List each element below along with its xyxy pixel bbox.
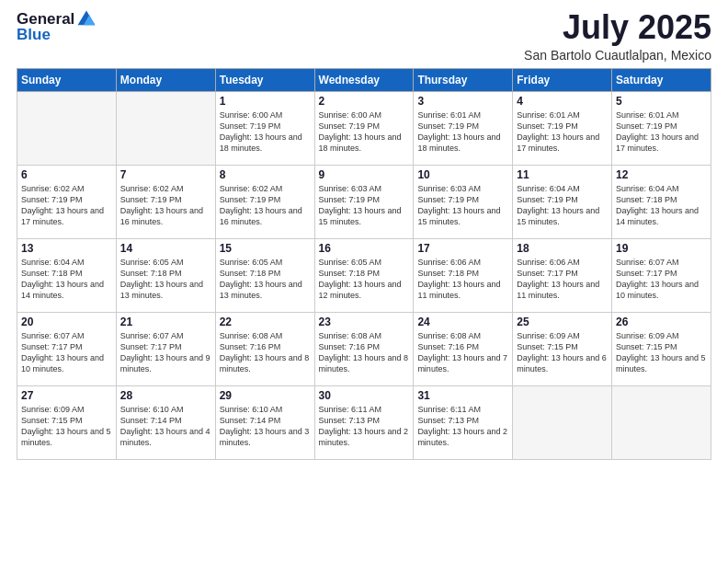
table-row: 14Sunrise: 6:05 AM Sunset: 7:18 PM Dayli… xyxy=(116,238,215,312)
calendar-header-row: Sunday Monday Tuesday Wednesday Thursday… xyxy=(17,68,711,91)
day-info: Sunrise: 6:07 AM Sunset: 7:17 PM Dayligh… xyxy=(616,257,707,302)
col-sunday: Sunday xyxy=(17,68,117,91)
table-row: 18Sunrise: 6:06 AM Sunset: 7:17 PM Dayli… xyxy=(513,238,612,312)
day-number: 12 xyxy=(616,168,707,181)
day-info: Sunrise: 6:05 AM Sunset: 7:18 PM Dayligh… xyxy=(120,257,211,302)
table-row: 28Sunrise: 6:10 AM Sunset: 7:14 PM Dayli… xyxy=(116,385,215,459)
table-row xyxy=(612,385,711,459)
day-info: Sunrise: 6:09 AM Sunset: 7:15 PM Dayligh… xyxy=(21,404,112,449)
day-number: 5 xyxy=(616,95,707,108)
location: San Bartolo Cuautlalpan, Mexico xyxy=(524,48,711,63)
day-number: 3 xyxy=(417,95,508,108)
table-row: 30Sunrise: 6:11 AM Sunset: 7:13 PM Dayli… xyxy=(314,385,414,459)
day-info: Sunrise: 6:05 AM Sunset: 7:18 PM Dayligh… xyxy=(319,257,410,302)
table-row: 10Sunrise: 6:03 AM Sunset: 7:19 PM Dayli… xyxy=(414,165,513,238)
logo: General Blue xyxy=(17,9,97,44)
day-number: 20 xyxy=(21,316,112,328)
day-info: Sunrise: 6:08 AM Sunset: 7:16 PM Dayligh… xyxy=(220,330,311,375)
logo-icon xyxy=(76,9,97,29)
header: General Blue July 2025 San Bartolo Cuaut… xyxy=(17,9,711,63)
day-info: Sunrise: 6:10 AM Sunset: 7:14 PM Dayligh… xyxy=(120,404,211,449)
day-info: Sunrise: 6:09 AM Sunset: 7:15 PM Dayligh… xyxy=(616,330,707,375)
calendar-week-row: 13Sunrise: 6:04 AM Sunset: 7:18 PM Dayli… xyxy=(17,238,711,312)
day-number: 15 xyxy=(220,242,311,255)
day-number: 6 xyxy=(21,168,112,181)
table-row: 31Sunrise: 6:11 AM Sunset: 7:13 PM Dayli… xyxy=(414,385,513,459)
table-row xyxy=(513,385,612,459)
day-info: Sunrise: 6:06 AM Sunset: 7:17 PM Dayligh… xyxy=(517,257,608,302)
table-row: 7Sunrise: 6:02 AM Sunset: 7:19 PM Daylig… xyxy=(116,165,215,238)
day-number: 25 xyxy=(517,316,608,328)
day-info: Sunrise: 6:08 AM Sunset: 7:16 PM Dayligh… xyxy=(417,330,508,375)
table-row: 6Sunrise: 6:02 AM Sunset: 7:19 PM Daylig… xyxy=(17,165,117,238)
day-info: Sunrise: 6:00 AM Sunset: 7:19 PM Dayligh… xyxy=(220,109,311,155)
day-number: 30 xyxy=(319,389,410,402)
day-info: Sunrise: 6:06 AM Sunset: 7:18 PM Dayligh… xyxy=(417,257,508,302)
day-info: Sunrise: 6:11 AM Sunset: 7:13 PM Dayligh… xyxy=(319,404,410,449)
day-info: Sunrise: 6:01 AM Sunset: 7:19 PM Dayligh… xyxy=(517,109,608,155)
table-row: 27Sunrise: 6:09 AM Sunset: 7:15 PM Dayli… xyxy=(17,385,117,459)
col-thursday: Thursday xyxy=(414,68,513,91)
day-info: Sunrise: 6:07 AM Sunset: 7:17 PM Dayligh… xyxy=(21,330,112,375)
day-number: 17 xyxy=(417,242,508,255)
day-number: 26 xyxy=(616,316,707,328)
calendar-week-row: 27Sunrise: 6:09 AM Sunset: 7:15 PM Dayli… xyxy=(17,385,711,459)
table-row: 19Sunrise: 6:07 AM Sunset: 7:17 PM Dayli… xyxy=(612,238,711,312)
table-row: 20Sunrise: 6:07 AM Sunset: 7:17 PM Dayli… xyxy=(17,312,117,385)
col-wednesday: Wednesday xyxy=(314,68,414,91)
col-friday: Friday xyxy=(513,68,612,91)
day-info: Sunrise: 6:00 AM Sunset: 7:19 PM Dayligh… xyxy=(319,109,410,155)
table-row: 5Sunrise: 6:01 AM Sunset: 7:19 PM Daylig… xyxy=(612,91,711,165)
day-info: Sunrise: 6:03 AM Sunset: 7:19 PM Dayligh… xyxy=(319,183,410,228)
col-monday: Monday xyxy=(116,68,215,91)
table-row: 24Sunrise: 6:08 AM Sunset: 7:16 PM Dayli… xyxy=(414,312,513,385)
table-row: 21Sunrise: 6:07 AM Sunset: 7:17 PM Dayli… xyxy=(116,312,215,385)
col-saturday: Saturday xyxy=(612,68,711,91)
day-number: 16 xyxy=(319,242,410,255)
day-number: 1 xyxy=(220,95,311,108)
day-info: Sunrise: 6:01 AM Sunset: 7:19 PM Dayligh… xyxy=(616,109,707,155)
table-row: 22Sunrise: 6:08 AM Sunset: 7:16 PM Dayli… xyxy=(215,312,314,385)
day-number: 11 xyxy=(517,168,608,181)
calendar-week-row: 20Sunrise: 6:07 AM Sunset: 7:17 PM Dayli… xyxy=(17,312,711,385)
table-row xyxy=(116,91,215,165)
table-row: 4Sunrise: 6:01 AM Sunset: 7:19 PM Daylig… xyxy=(513,91,612,165)
table-row: 9Sunrise: 6:03 AM Sunset: 7:19 PM Daylig… xyxy=(314,165,414,238)
day-info: Sunrise: 6:02 AM Sunset: 7:19 PM Dayligh… xyxy=(21,183,112,228)
day-number: 31 xyxy=(417,389,508,402)
calendar-table: Sunday Monday Tuesday Wednesday Thursday… xyxy=(17,68,711,460)
day-number: 29 xyxy=(220,389,311,402)
table-row: 2Sunrise: 6:00 AM Sunset: 7:19 PM Daylig… xyxy=(314,91,414,165)
day-info: Sunrise: 6:05 AM Sunset: 7:18 PM Dayligh… xyxy=(220,257,311,302)
table-row: 12Sunrise: 6:04 AM Sunset: 7:18 PM Dayli… xyxy=(612,165,711,238)
day-number: 19 xyxy=(616,242,707,255)
day-number: 7 xyxy=(120,168,211,181)
table-row: 16Sunrise: 6:05 AM Sunset: 7:18 PM Dayli… xyxy=(314,238,414,312)
page: General Blue July 2025 San Bartolo Cuaut… xyxy=(0,0,728,563)
table-row: 15Sunrise: 6:05 AM Sunset: 7:18 PM Dayli… xyxy=(215,238,314,312)
table-row xyxy=(17,91,117,165)
day-number: 8 xyxy=(220,168,311,181)
col-tuesday: Tuesday xyxy=(215,68,314,91)
day-number: 9 xyxy=(319,168,410,181)
day-info: Sunrise: 6:11 AM Sunset: 7:13 PM Dayligh… xyxy=(417,404,508,449)
day-number: 23 xyxy=(319,316,410,328)
day-number: 13 xyxy=(21,242,112,255)
table-row: 26Sunrise: 6:09 AM Sunset: 7:15 PM Dayli… xyxy=(612,312,711,385)
table-row: 13Sunrise: 6:04 AM Sunset: 7:18 PM Dayli… xyxy=(17,238,117,312)
day-number: 22 xyxy=(220,316,311,328)
day-info: Sunrise: 6:04 AM Sunset: 7:18 PM Dayligh… xyxy=(616,183,707,228)
day-number: 18 xyxy=(517,242,608,255)
month-year: July 2025 xyxy=(524,9,711,46)
calendar-week-row: 6Sunrise: 6:02 AM Sunset: 7:19 PM Daylig… xyxy=(17,165,711,238)
day-number: 28 xyxy=(120,389,211,402)
day-info: Sunrise: 6:02 AM Sunset: 7:19 PM Dayligh… xyxy=(220,183,311,228)
day-info: Sunrise: 6:04 AM Sunset: 7:19 PM Dayligh… xyxy=(517,183,608,228)
table-row: 29Sunrise: 6:10 AM Sunset: 7:14 PM Dayli… xyxy=(215,385,314,459)
table-row: 23Sunrise: 6:08 AM Sunset: 7:16 PM Dayli… xyxy=(314,312,414,385)
table-row: 11Sunrise: 6:04 AM Sunset: 7:19 PM Dayli… xyxy=(513,165,612,238)
day-number: 2 xyxy=(319,95,410,108)
day-number: 10 xyxy=(417,168,508,181)
day-number: 27 xyxy=(21,389,112,402)
day-info: Sunrise: 6:09 AM Sunset: 7:15 PM Dayligh… xyxy=(517,330,608,375)
